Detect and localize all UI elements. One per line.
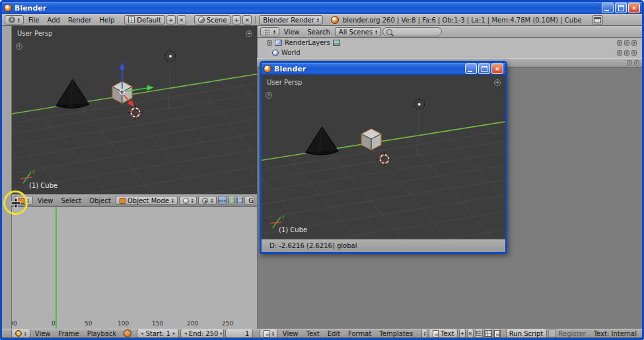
menu-view[interactable]: View (34, 197, 57, 204)
3d-scene[interactable] (12, 26, 257, 194)
3d-viewport[interactable]: User Persp (1) Cube + + (12, 26, 257, 194)
render-restrict-icon[interactable] (631, 40, 637, 46)
dropdown-arrows-icon (27, 198, 29, 204)
scene-objects[interactable] (12, 51, 257, 194)
register-option[interactable]: Register (548, 329, 586, 337)
decrement-icon[interactable]: ◂ (141, 331, 143, 336)
menu-templates[interactable]: Templates (376, 330, 416, 337)
add-screen-button[interactable]: + (166, 15, 176, 24)
delete-scene-button[interactable]: × (242, 15, 252, 24)
maximize-button[interactable] (478, 64, 490, 74)
info-editor-selector[interactable]: i (5, 15, 24, 24)
increment-icon[interactable]: ▸ (220, 331, 223, 336)
sidebar-expand-icon[interactable]: + (494, 79, 501, 86)
toolshelf-expand-icon[interactable]: + (266, 92, 272, 99)
menu-edit[interactable]: Edit (324, 330, 343, 337)
timeline-region[interactable]: -90 0 50 100 150 200 250 (12, 206, 257, 329)
menu-render[interactable]: Render (65, 17, 95, 24)
disclosure-icon[interactable] (267, 40, 272, 46)
float-3d-viewport[interactable]: User Persp (1) Cube + + (262, 75, 505, 239)
outliner-item-label: World (281, 49, 301, 56)
scene-selector[interactable]: Scene (194, 15, 231, 24)
float-status-bar: D: -2.6216 (2.6216) global (262, 239, 505, 252)
options-icon[interactable] (634, 60, 639, 65)
close-button[interactable]: × (628, 3, 640, 13)
text-editor-header: View Text Edit Format Templates Text + ×… (257, 329, 642, 338)
menu-playback[interactable]: Playback (84, 330, 120, 337)
rotate-manipulator-button[interactable] (228, 196, 235, 205)
render-restrict-icon[interactable] (631, 50, 637, 56)
timeline-header: View Frame Playback ◂ Start: 1 ▸ ◂ End: … (2, 329, 257, 338)
minimize-button[interactable] (465, 64, 477, 74)
menu-view[interactable]: View (281, 28, 303, 36)
increment-icon[interactable]: ▸ (173, 331, 176, 336)
dropdown-arrows-icon (317, 17, 319, 23)
start-frame-field[interactable]: ◂ Start: 1 ▸ (137, 329, 179, 338)
delete-screen-button[interactable]: × (177, 15, 186, 24)
menu-select[interactable]: Select (58, 197, 85, 204)
eye-restrict-icon[interactable] (617, 40, 622, 46)
select-restrict-icon[interactable] (624, 50, 629, 56)
translate-manipulator-button[interactable] (218, 196, 227, 205)
timeline-editor-selector[interactable] (11, 329, 30, 338)
toolshelf-expand-icon[interactable]: + (16, 43, 22, 50)
maximize-button[interactable] (615, 3, 627, 13)
sidebar-expand-icon[interactable]: + (246, 30, 252, 37)
auto-keyframe-record-button[interactable] (124, 329, 131, 337)
window-icon (594, 17, 601, 23)
outliner-search-field[interactable] (382, 27, 442, 36)
scale-manipulator-icon (237, 198, 242, 203)
viewport-shading-selector[interactable] (179, 196, 197, 205)
3d-scene[interactable] (262, 75, 505, 239)
unlink-text-button[interactable]: × (467, 329, 474, 338)
view3d-editor-selector[interactable] (15, 196, 33, 205)
world-icon (272, 50, 279, 56)
blender-secondary-window[interactable]: Blender × User Persp (1) Cube + + D: -2.… (260, 61, 507, 254)
outliner-editor-selector[interactable] (260, 27, 279, 36)
decrement-icon[interactable]: ◂ (184, 331, 187, 336)
pivot-selector[interactable] (198, 196, 217, 205)
scale-manipulator-button[interactable] (236, 196, 243, 205)
text-datablock-browse-button[interactable] (421, 329, 427, 338)
close-button[interactable]: × (491, 64, 503, 74)
register-checkbox[interactable] (548, 329, 556, 337)
scene-objects[interactable] (262, 99, 505, 239)
word-wrap-toggle[interactable] (484, 329, 492, 338)
menu-help[interactable]: Help (96, 17, 118, 24)
end-frame-field[interactable]: ◂ End: 250 ▸ (180, 329, 224, 338)
minimize-button[interactable] (602, 3, 614, 13)
text-datablock-field[interactable]: Text (429, 329, 458, 338)
text-editor-selector[interactable] (260, 329, 278, 338)
run-script-button[interactable]: Run Script (506, 329, 547, 338)
float-titlebar[interactable]: Blender × (262, 63, 505, 75)
screen-layout-selector[interactable]: Default (124, 15, 165, 24)
menu-format[interactable]: Format (345, 330, 375, 337)
eye-restrict-icon[interactable] (617, 50, 622, 56)
outliner-item-renderlayers[interactable]: RenderLayers (258, 38, 642, 48)
syntax-highlight-icon (494, 330, 500, 337)
menu-file[interactable]: File (25, 17, 43, 24)
menu-view[interactable]: View (32, 330, 54, 337)
menu-frame[interactable]: Frame (55, 330, 83, 337)
image-icon (333, 40, 340, 46)
syntax-highlight-toggle[interactable] (493, 329, 501, 338)
current-frame-field[interactable]: 1 (225, 329, 253, 338)
main-titlebar[interactable]: Blender × (2, 2, 642, 14)
outliner-item-world[interactable]: World (258, 48, 642, 58)
current-frame-line[interactable] (55, 207, 57, 329)
menu-search[interactable]: Search (304, 28, 334, 36)
new-text-button[interactable]: + (459, 329, 466, 338)
line-numbers-toggle[interactable] (475, 329, 483, 338)
pin-icon[interactable] (627, 60, 632, 65)
menu-add[interactable]: Add (44, 17, 63, 24)
mode-selector[interactable]: Object Mode (116, 196, 178, 205)
orientation-selector[interactable]: Glo... (244, 196, 254, 205)
outliner-scope-selector[interactable]: All Scenes (335, 27, 381, 36)
render-engine-selector[interactable]: Blender Render (259, 15, 322, 24)
window-menu-button[interactable] (592, 15, 603, 24)
menu-text[interactable]: Text (303, 330, 323, 337)
menu-object[interactable]: Object (86, 197, 114, 204)
add-scene-button[interactable]: + (232, 15, 241, 24)
menu-view[interactable]: View (279, 330, 302, 337)
select-restrict-icon[interactable] (624, 40, 629, 46)
